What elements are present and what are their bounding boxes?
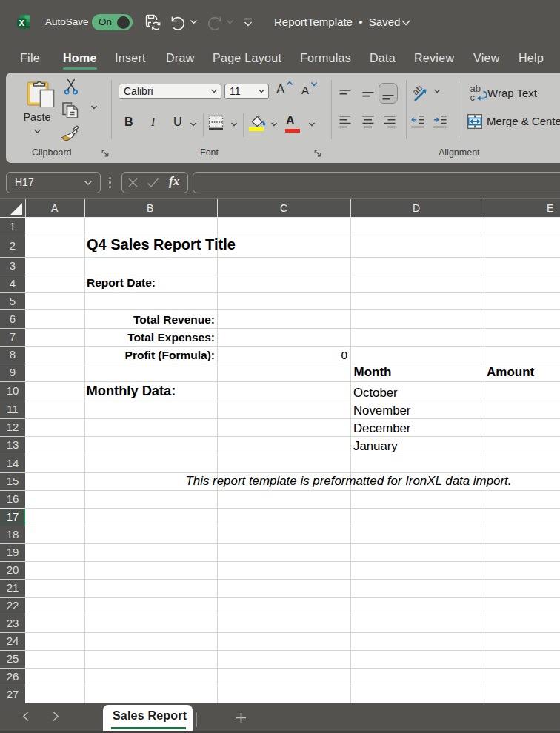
- svg-text:X: X: [19, 19, 25, 27]
- svg-text:c: c: [470, 92, 476, 102]
